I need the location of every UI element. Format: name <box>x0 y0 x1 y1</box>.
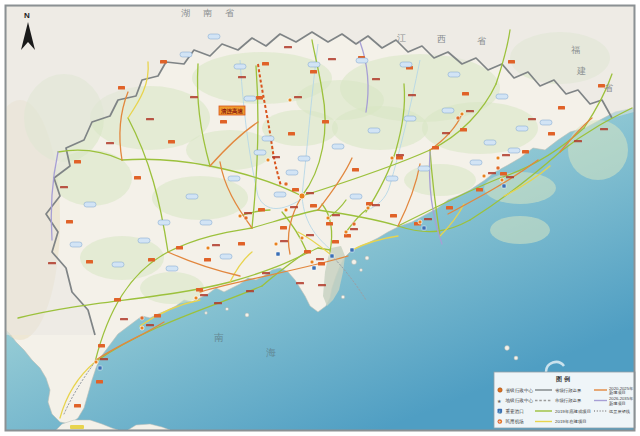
map-canvas: 湖南省江西省福建省南海清连高速N图例省级行政中心省级行政边界2020-2025年… <box>0 0 640 436</box>
north-arrow-n: N <box>24 11 30 20</box>
legend: 图例省级行政中心省级行政边界2020-2025年新建项目★地级行政中心市级行政边… <box>494 372 635 428</box>
legend-label: 地级行政中心 <box>505 397 534 403</box>
island <box>245 313 249 317</box>
island <box>360 269 363 272</box>
map-content: 湖南省江西省福建省南海清连高速 <box>0 6 634 430</box>
legend-label: 市级行政边界 <box>555 398 582 403</box>
legend-label: 新建项目 <box>609 401 626 406</box>
legend-label: 新建项目 <box>609 390 626 395</box>
legend-label: 省级行政中心 <box>506 387 534 393</box>
island <box>225 307 228 310</box>
svg-text:西: 西 <box>437 34 446 44</box>
legend-label: 重要港口 <box>506 408 524 415</box>
label-hunan-province: 湖南省 <box>181 8 234 18</box>
svg-text:福: 福 <box>571 45 580 55</box>
plane-icon: ✈ <box>498 420 501 424</box>
map-page: 湖南省江西省福建省南海清连高速N图例省级行政中心省级行政边界2020-2025年… <box>0 0 640 436</box>
legend-label: 远景展望线 <box>608 409 631 414</box>
island <box>205 312 208 315</box>
legend-label: 省级行政边界 <box>555 388 582 393</box>
svg-text:省: 省 <box>477 36 486 46</box>
svg-text:省: 省 <box>604 83 613 93</box>
island <box>365 256 369 260</box>
legend-label: 2019年在建项目 <box>555 419 587 424</box>
island <box>505 346 510 351</box>
anchor-icon: ⚓ <box>498 409 503 414</box>
svg-text:南: 南 <box>214 332 224 343</box>
legend-title: 图例 <box>556 375 572 383</box>
highlight-label-text: 清连高速 <box>220 108 244 115</box>
island <box>514 356 518 360</box>
prefecture-city-icon: ★ <box>497 398 502 404</box>
legend-label: 2019年底建成项目 <box>555 409 591 414</box>
svg-text:江: 江 <box>397 33 406 43</box>
provincial-capital-icon <box>498 388 502 392</box>
svg-text:南: 南 <box>203 8 212 18</box>
island <box>341 295 345 299</box>
svg-text:海: 海 <box>266 347 276 358</box>
hainan-road-badge <box>70 425 84 429</box>
svg-text:建: 建 <box>576 66 586 76</box>
legend-row: ⚓重要港口2019年底建成项目远景展望线 <box>498 408 631 415</box>
svg-text:湖: 湖 <box>181 8 190 18</box>
island <box>352 260 357 265</box>
svg-text:省: 省 <box>225 8 234 18</box>
